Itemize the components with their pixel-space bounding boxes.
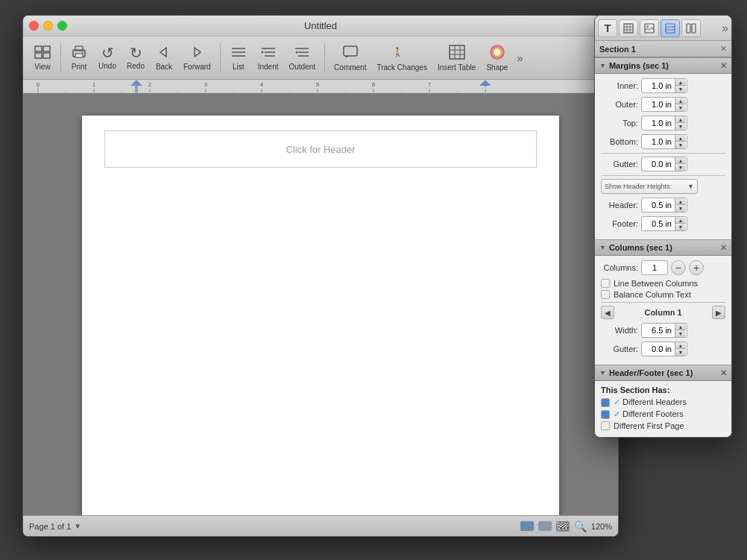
inspector-panel: T » Section 1 ✕ ▼ Margins (sec 1) ✕	[594, 15, 732, 438]
outer-input[interactable]	[642, 100, 675, 109]
this-section-label: This Section Has:	[601, 386, 725, 394]
inner-step-up[interactable]: ▲	[675, 79, 686, 86]
col-width-row: Width: ▲ ▼	[601, 323, 725, 338]
diff-first-page-checkbox[interactable]	[601, 421, 610, 430]
close-button[interactable]	[29, 21, 39, 31]
col-gutter-step-up[interactable]: ▲	[675, 342, 686, 349]
toolbar-back[interactable]: Back	[151, 43, 177, 74]
insp-btn-layout[interactable]	[681, 19, 701, 37]
inner-step-down[interactable]: ▼	[675, 86, 686, 92]
insp-btn-section[interactable]	[661, 19, 680, 37]
toolbar-more[interactable]: »	[514, 53, 526, 63]
line-between-cols-checkbox[interactable]	[601, 279, 610, 288]
more-icon: »	[517, 53, 523, 63]
insp-btn-table[interactable]	[619, 19, 638, 37]
dropdown-arrow: ▼	[687, 183, 694, 190]
diff-footers-checkbox[interactable]	[601, 410, 610, 419]
bottom-step-down[interactable]: ▼	[675, 142, 686, 148]
col-prev-btn[interactable]: ◀	[601, 306, 614, 319]
inner-input[interactable]	[642, 81, 675, 90]
columns-close[interactable]: ✕	[720, 243, 727, 253]
col-width-step-up[interactable]: ▲	[675, 324, 686, 330]
ruler-svg: 0 1 2 3 4 5 6 7 8	[23, 80, 618, 93]
header-step-down[interactable]: ▼	[675, 205, 686, 212]
print-label: Print	[72, 63, 87, 71]
toolbar-indent[interactable]: Indent	[253, 43, 283, 74]
footer-input[interactable]	[642, 219, 675, 228]
balance-col-text-row: Balance Column Text	[601, 290, 725, 299]
footer-step-up[interactable]: ▲	[675, 217, 686, 224]
col-gutter-input[interactable]	[642, 345, 675, 353]
gutter-input[interactable]	[642, 160, 675, 169]
gutter-step-down[interactable]: ▼	[675, 164, 686, 171]
ruler: 0 1 2 3 4 5 6 7 8	[23, 80, 618, 93]
toolbar-view-grid1[interactable]: View	[29, 43, 56, 74]
svg-rect-1	[43, 46, 50, 51]
toolbar: View Print ↺ Undo ↻ Redo	[23, 37, 618, 80]
top-step-down[interactable]: ▼	[675, 123, 686, 130]
outer-stepper: ▲ ▼	[675, 98, 686, 111]
balance-col-text-checkbox[interactable]	[601, 290, 610, 299]
hf-close[interactable]: ✕	[720, 368, 727, 378]
col-next-btn[interactable]: ▶	[712, 306, 725, 319]
toolbar-track-changes[interactable]: 🚶 Track Changes	[372, 42, 431, 75]
bottom-stepper: ▲ ▼	[675, 135, 686, 148]
col-width-input[interactable]	[642, 326, 675, 335]
columns-count-row: Columns: 1 − +	[601, 260, 725, 275]
status-left: Page 1 of 1 ▼	[29, 522, 81, 531]
toolbar-print[interactable]: Print	[66, 43, 92, 74]
diff-footers-label: Different Footers	[614, 409, 684, 419]
page-status-arrow: ▼	[74, 522, 81, 530]
page-body[interactable]	[104, 168, 537, 503]
show-header-heights-dropdown[interactable]: Show Header Heights: ▼	[601, 179, 698, 194]
header-input[interactable]	[642, 201, 675, 210]
shape-label: Shape	[486, 63, 508, 72]
margins-close[interactable]: ✕	[720, 61, 727, 71]
bottom-input[interactable]	[642, 137, 675, 146]
insert-table-icon	[449, 45, 465, 62]
bottom-step-up[interactable]: ▲	[675, 135, 686, 142]
status-bar: Page 1 of 1 ▼ 🏁 🔍 120%	[23, 515, 618, 536]
col-width-step-down[interactable]: ▼	[675, 330, 686, 337]
footer-step-down[interactable]: ▼	[675, 224, 686, 230]
col-plus-btn[interactable]: +	[689, 260, 704, 275]
outer-step-down[interactable]: ▼	[675, 104, 686, 111]
diff-headers-checkbox[interactable]	[601, 398, 610, 407]
gutter-input-wrap: ▲ ▼	[641, 157, 687, 172]
view-grid1-icon	[34, 45, 51, 61]
list-label: List	[233, 63, 245, 71]
gutter-step-up[interactable]: ▲	[675, 157, 686, 164]
page-header[interactable]: Click for Header	[104, 130, 537, 168]
columns-count-input[interactable]: 1	[641, 260, 668, 275]
outer-step-up[interactable]: ▲	[675, 98, 686, 104]
col-minus-btn[interactable]: −	[671, 260, 686, 275]
toolbar-list[interactable]: List	[225, 43, 252, 74]
toolbar-redo[interactable]: ↻ Redo	[122, 43, 149, 73]
top-input[interactable]	[642, 119, 675, 128]
maximize-button[interactable]	[57, 21, 67, 31]
minimize-button[interactable]	[43, 21, 53, 31]
toolbar-forward[interactable]: Forward	[179, 43, 215, 74]
header-step-up[interactable]: ▲	[675, 198, 686, 205]
svg-marker-9	[195, 48, 201, 57]
top-step-up[interactable]: ▲	[675, 116, 686, 123]
bottom-input-wrap: ▲ ▼	[641, 134, 687, 149]
svg-rect-24	[450, 45, 464, 59]
svg-marker-20	[295, 51, 297, 54]
toolbar-outdent[interactable]: Outdent	[285, 43, 321, 74]
svg-point-30	[494, 48, 501, 56]
document-area[interactable]: Click for Header	[23, 93, 618, 515]
toolbar-insert-table[interactable]: Insert Table	[433, 42, 481, 75]
section-close[interactable]: ✕	[720, 44, 727, 54]
toolbar-comment[interactable]: Comment	[330, 42, 371, 75]
insp-btn-image[interactable]	[640, 19, 659, 37]
insp-btn-text[interactable]: T	[598, 19, 617, 37]
status-icon-flag: 🏁	[556, 521, 570, 532]
insp-more-btn[interactable]: »	[722, 22, 728, 35]
traffic-lights	[29, 21, 67, 31]
toolbar-shape[interactable]: Shape	[482, 42, 512, 75]
header-row: Header: ▲ ▼	[601, 198, 725, 213]
toolbar-undo[interactable]: ↺ Undo	[94, 43, 121, 73]
gutter-stepper: ▲ ▼	[675, 157, 686, 171]
col-gutter-step-down[interactable]: ▼	[675, 349, 686, 356]
